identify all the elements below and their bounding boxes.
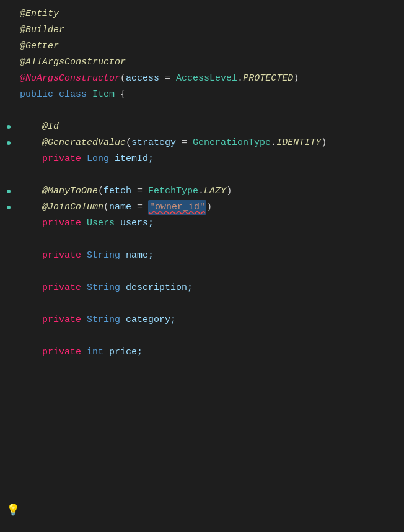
code-line-1: @Entity bbox=[0, 6, 404, 22]
code-line-13: @JoinColumn(name = "owner_id") bbox=[0, 199, 404, 216]
class-item-name: Item bbox=[92, 87, 115, 102]
code-line-9: @GeneratedValue(strategy = GenerationTyp… bbox=[0, 135, 404, 151]
code-line-blank-3 bbox=[0, 232, 404, 248]
code-line-5: @NoArgsConstructor(access = AccessLevel.… bbox=[0, 71, 404, 87]
annotation-builder: @Builder bbox=[20, 23, 64, 38]
annotation-allargs: @AllArgsConstructor bbox=[20, 55, 126, 70]
code-line-3: @Getter bbox=[0, 38, 404, 55]
code-line-20: private String category; bbox=[0, 312, 404, 328]
gutter-dot-2 bbox=[0, 141, 17, 146]
code-line-10: private Long itemId; bbox=[0, 151, 404, 167]
code-line-18: private String description; bbox=[0, 280, 404, 296]
code-line-8: @Id bbox=[0, 119, 404, 135]
code-line-blank-5 bbox=[0, 296, 404, 312]
code-line-blank-4 bbox=[0, 264, 404, 280]
svg-point-1 bbox=[7, 141, 11, 145]
annotation-id: @Id bbox=[20, 120, 59, 134]
code-line-blank-12 bbox=[0, 441, 404, 457]
lightbulb-icon[interactable]: 💡 bbox=[6, 502, 20, 520]
code-line-blank-8 bbox=[0, 377, 404, 393]
code-line-blank-14 bbox=[0, 473, 404, 489]
code-line-22: private int price; bbox=[0, 344, 404, 360]
code-line-blank-7 bbox=[0, 360, 404, 377]
gutter-dot-1 bbox=[0, 124, 17, 129]
code-line-blank-9 bbox=[0, 393, 404, 409]
code-line-6: public class Item { bbox=[0, 87, 404, 103]
code-line-2: @Builder bbox=[0, 22, 404, 38]
code-line-blank-6 bbox=[0, 328, 404, 344]
svg-point-3 bbox=[7, 206, 11, 209]
annotation-entity: @Entity bbox=[20, 7, 59, 22]
code-line-4: @AllArgsConstructor bbox=[0, 55, 404, 71]
code-line-blank-10 bbox=[0, 409, 404, 425]
code-line-blank-13 bbox=[0, 457, 404, 473]
code-line-blank-2 bbox=[0, 167, 404, 183]
code-line-blank-11 bbox=[0, 425, 404, 441]
gutter-dot-4 bbox=[0, 205, 17, 210]
annotation-noargs: @NoArgsConstructor bbox=[20, 71, 120, 86]
code-editor: @Entity @Builder @Getter @AllArgsConstru… bbox=[0, 0, 404, 532]
owner-id-string: "owner_id" bbox=[148, 200, 206, 215]
svg-point-2 bbox=[7, 190, 11, 193]
gutter-dot-3 bbox=[0, 189, 17, 194]
annotation-getter: @Getter bbox=[20, 39, 59, 54]
code-line-14: private Users users; bbox=[0, 216, 404, 232]
code-line-12: @ManyToOne(fetch = FetchType.LAZY) bbox=[0, 183, 404, 199]
code-line-blank-1 bbox=[0, 103, 404, 119]
code-line-16: private String name; bbox=[0, 248, 404, 264]
svg-point-0 bbox=[7, 125, 11, 129]
